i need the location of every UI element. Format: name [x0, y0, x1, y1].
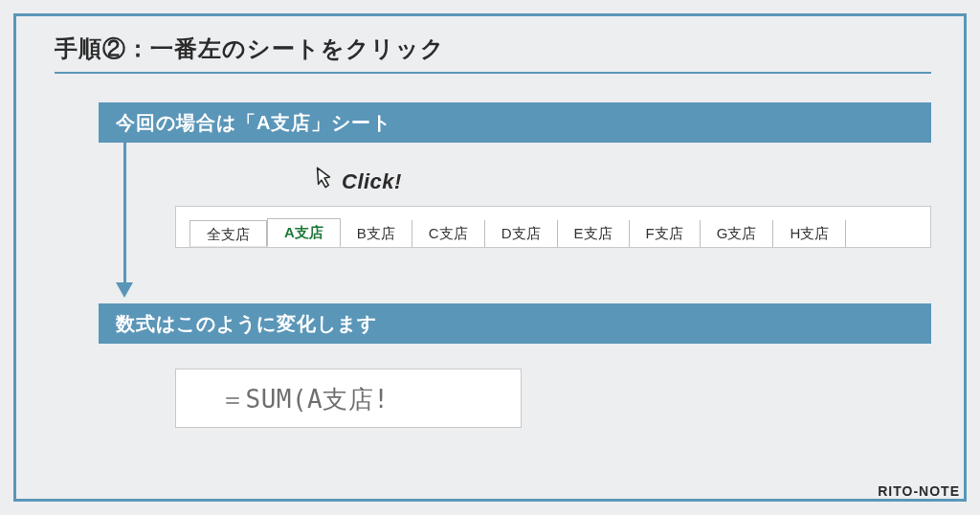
flow-arrow-head-icon [116, 282, 133, 298]
sheet-tab[interactable]: A支店 [267, 218, 341, 247]
title-underline [55, 72, 931, 74]
content-frame: 手順②：一番左のシートをクリック 今回の場合は「A支店」シート Click! 全… [13, 13, 967, 502]
sheet-tab[interactable]: C支店 [412, 220, 485, 247]
click-annotation: Click! [307, 162, 402, 194]
watermark: RITO-NOTE [878, 483, 960, 499]
pointing-hand-icon [307, 162, 340, 194]
formula-bar: ＝SUM(A支店! [175, 369, 522, 428]
callout-bar-2: 数式はこのように変化します [99, 303, 931, 344]
callout-bar-1: 今回の場合は「A支店」シート [99, 102, 931, 143]
sheet-tabs-panel: 全支店A支店B支店C支店D支店E支店F支店G支店H支店 [175, 206, 931, 248]
step-title: 手順②：一番左のシートをクリック [55, 34, 445, 64]
formula-text: ＝SUM(A支店! [220, 383, 389, 416]
sheet-tab[interactable]: H支店 [773, 220, 846, 247]
flow-arrow-line [123, 143, 126, 284]
sheet-tab[interactable]: F支店 [630, 220, 701, 247]
sheet-tab[interactable]: E支店 [558, 220, 630, 247]
click-label: Click! [342, 169, 402, 194]
sheet-tab[interactable]: 全支店 [189, 220, 267, 247]
sheet-tabs-row: 全支店A支店B支店C支店D支店E支店F支店G支店H支店 [189, 220, 846, 247]
sheet-tab[interactable]: D支店 [485, 220, 558, 247]
sheet-tab[interactable]: B支店 [341, 220, 412, 247]
sheet-tab[interactable]: G支店 [701, 220, 774, 247]
